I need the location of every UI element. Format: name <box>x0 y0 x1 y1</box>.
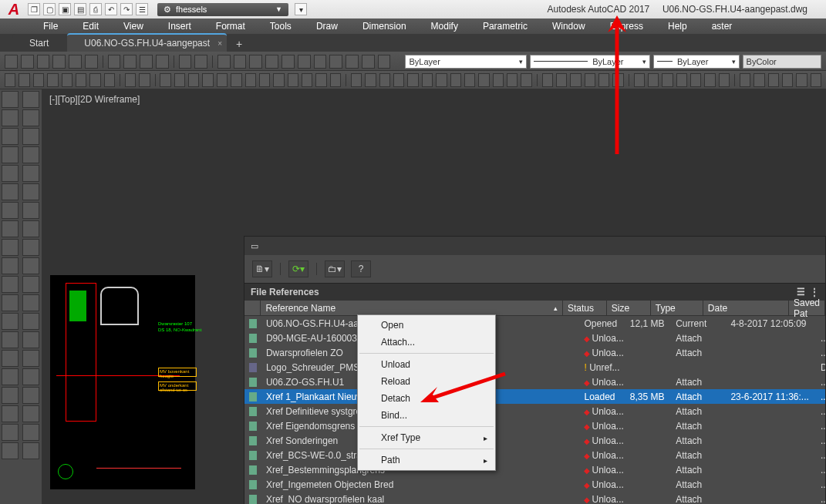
quickcalc-icon[interactable] <box>362 55 375 69</box>
dim-radius-icon[interactable] <box>585 73 595 87</box>
area-icon[interactable] <box>796 73 807 87</box>
menu-modify[interactable]: Modify <box>419 19 470 33</box>
text-a-small-icon[interactable] <box>22 442 39 459</box>
spline-icon[interactable] <box>450 73 461 87</box>
gradient-icon[interactable] <box>2 368 19 385</box>
line-tool-icon[interactable] <box>2 91 19 108</box>
menu-window[interactable]: Window <box>540 19 598 33</box>
xref-row[interactable]: U06.NO-GS.FH.U4-aangepast*Opened12,1 MBC… <box>244 316 825 331</box>
light-icon[interactable] <box>5 73 15 87</box>
hatch-icon[interactable] <box>436 73 447 87</box>
layer-prev-icon[interactable] <box>139 73 150 87</box>
col-date[interactable]: Date <box>703 301 789 315</box>
hyperlink-icon[interactable] <box>704 73 715 87</box>
xref-row[interactable]: U06.ZO-GS.FH.U1◆Unloa...Attach..\U06.ZO <box>244 375 825 389</box>
col-icon[interactable] <box>244 301 261 315</box>
menu-open[interactable]: Open <box>358 317 495 334</box>
mirror-icon[interactable] <box>217 73 228 87</box>
construction-icon[interactable] <box>2 109 19 126</box>
grip-icon[interactable]: ▭ <box>251 241 258 251</box>
spline-tool-icon[interactable] <box>2 239 19 256</box>
point-icon[interactable] <box>464 73 475 87</box>
rectangle-icon[interactable] <box>2 165 19 182</box>
break-icon[interactable] <box>22 313 39 330</box>
xref-icon[interactable] <box>648 73 659 87</box>
open-drawing-icon[interactable] <box>21 55 34 69</box>
col-size[interactable]: Size <box>607 301 651 315</box>
xref-row[interactable]: Xref_NO dwarsprofielen kaal◆Unloa...Atta… <box>244 492 825 504</box>
lock-icon[interactable] <box>33 73 44 87</box>
xref-row[interactable]: Xref_BCS-WE-0.0_stramienplan◆Unloa...Att… <box>244 448 825 462</box>
erase-tool-icon[interactable] <box>22 91 39 108</box>
tool-palettes-icon[interactable] <box>314 55 327 69</box>
undo-icon[interactable]: ↶ <box>105 3 117 15</box>
stretch-icon[interactable] <box>188 73 199 87</box>
zoom-previous-icon[interactable] <box>265 55 278 69</box>
chamfer-icon[interactable] <box>288 73 298 87</box>
list-icon[interactable] <box>754 73 764 87</box>
menu-reload[interactable]: Reload <box>358 373 495 390</box>
point-tool-icon[interactable] <box>2 331 19 348</box>
layer-match-icon[interactable] <box>125 73 136 87</box>
xref-row[interactable]: Xref Definitieve systgrens◆Unloa...Attac… <box>244 404 825 418</box>
dim-diameter-icon[interactable] <box>598 73 609 87</box>
help-icon[interactable] <box>378 55 391 69</box>
dim-angular-icon[interactable] <box>570 73 581 87</box>
make-block-icon[interactable] <box>2 313 19 330</box>
extend-icon[interactable] <box>259 73 270 87</box>
layer-dropdown[interactable]: ByLayer▾ <box>405 55 527 69</box>
erase-icon[interactable] <box>315 73 326 87</box>
arc-icon[interactable] <box>393 73 404 87</box>
col-saved-path[interactable]: Saved Pat <box>789 301 825 315</box>
lineweight-dropdown[interactable]: ByLayer▾ <box>653 55 740 69</box>
workspace-selector[interactable]: ⚙ fhessels ▼ <box>157 3 288 16</box>
dim-linear-icon[interactable] <box>542 73 553 87</box>
menu-file[interactable]: File <box>31 19 70 33</box>
hatch-tool-icon[interactable] <box>2 350 19 367</box>
menu-parametric[interactable]: Parametric <box>470 19 540 33</box>
plot-icon[interactable]: ⎙ <box>89 3 102 15</box>
revcloud-icon[interactable] <box>2 220 19 237</box>
rotate-tool-icon[interactable] <box>22 202 39 219</box>
table-tool-icon[interactable] <box>2 405 19 422</box>
tree-view-icon[interactable]: ⋮ <box>810 287 819 297</box>
xref-row[interactable]: D90-MGE-AU-1600031_DBL-08-01◆Unloa...Att… <box>244 331 825 345</box>
trim-icon[interactable] <box>245 73 256 87</box>
layer-iso-icon[interactable] <box>62 73 72 87</box>
ellipse-arc-icon[interactable] <box>2 276 19 293</box>
menu-attach[interactable]: Attach... <box>358 334 495 351</box>
undo-tool-icon[interactable] <box>179 55 192 69</box>
design-center-icon[interactable] <box>298 55 311 69</box>
distance-icon[interactable] <box>782 73 793 87</box>
xref-row[interactable]: Xref Sonderingen◆Unloa...Attach..\Xref S… <box>244 433 825 448</box>
markup-icon[interactable] <box>346 55 359 69</box>
scale-tool-icon[interactable] <box>22 220 39 237</box>
menu-format[interactable]: Format <box>204 19 258 33</box>
menu-dimension[interactable]: Dimension <box>350 19 419 33</box>
polygon-icon[interactable] <box>2 146 19 163</box>
copy-tool-icon[interactable] <box>22 109 39 126</box>
addselected-icon[interactable] <box>2 442 19 459</box>
xref-row[interactable]: Xref Eigendomsgrens ProRail◆Unloa...Atta… <box>244 418 825 433</box>
break-at-icon[interactable] <box>22 294 39 311</box>
menu-draw[interactable]: Draw <box>304 19 350 33</box>
save-icon[interactable]: ▣ <box>59 3 71 15</box>
list-view-icon[interactable]: ☰ <box>797 287 805 297</box>
menu-detach[interactable]: Detach <box>358 390 495 407</box>
match-properties-icon[interactable] <box>156 55 169 69</box>
menu-path[interactable]: Path▸ <box>358 452 495 469</box>
scale-icon[interactable] <box>231 73 241 87</box>
new-tab-button[interactable]: + <box>228 36 250 52</box>
menu-tools[interactable]: Tools <box>258 19 304 33</box>
change-path-icon[interactable]: 🗀▾ <box>325 260 345 277</box>
ole-icon[interactable] <box>690 73 701 87</box>
attach-dwg-icon[interactable]: 🗎▾ <box>252 260 272 277</box>
circle-tool-icon[interactable] <box>2 202 19 219</box>
text-a-icon[interactable] <box>719 73 730 87</box>
blend-icon[interactable] <box>22 387 39 404</box>
dim-aligned-icon[interactable] <box>556 73 567 87</box>
layer-icon[interactable]: ☰ <box>136 3 148 15</box>
menu-help[interactable]: Help <box>656 19 700 33</box>
xref-row[interactable]: Dwarsprofielen ZO◆Unloa...Attach..\Dwars… <box>244 345 825 360</box>
help-tool-icon[interactable]: ? <box>351 260 371 277</box>
